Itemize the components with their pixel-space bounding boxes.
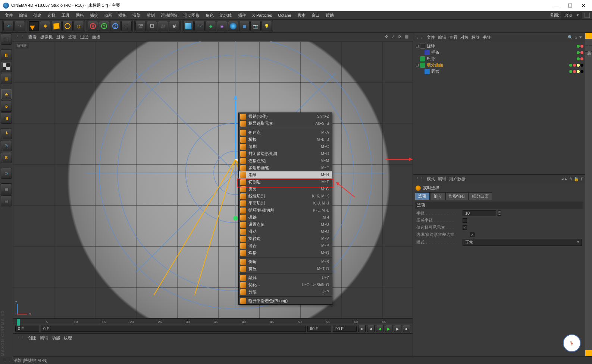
ctx-item[interactable]: 缝合M~P [239,242,332,249]
playhead[interactable] [17,319,20,326]
texture-mode-button[interactable] [1,61,12,72]
tl-end2-field[interactable]: 90 F [333,326,357,332]
om-menu-file[interactable]: 文件 [427,35,435,40]
add-camera-button[interactable]: 📷 [250,21,261,31]
ctx-item[interactable]: 创建点M~A [239,129,332,136]
attr-tab-sds[interactable]: 细分曲面 [469,192,492,200]
attr-tab-axis[interactable]: 轴向 [430,192,445,200]
render-pv-button[interactable]: 🎞 [147,21,157,31]
magnet-button[interactable]: ⊃ [1,168,12,179]
vp-orbit-icon[interactable]: ⟳ [398,34,403,39]
menu-sculpt[interactable]: 雕刻 [144,12,157,19]
am-up-icon[interactable]: ↰ [569,177,572,181]
menu-mograph[interactable]: 运动图形 [181,12,202,19]
tl-prev-button[interactable]: ◀ [367,325,375,332]
ctx-item[interactable]: 封闭多边形孔洞M~D [239,150,332,157]
am-back-icon[interactable]: ◂ [561,177,564,181]
ctx-item[interactable]: 融解U~Z [239,274,332,281]
ctx-item[interactable]: 连接点/边M~M [239,157,332,164]
lock-y-button[interactable]: Y [99,21,109,31]
om-menu-obj[interactable]: 对象 [460,35,469,40]
mat-menu-edit[interactable]: 编辑 [40,335,48,341]
object-row[interactable]: 瓶身 [413,56,585,62]
side-tab-d[interactable]: 属性 [585,350,592,357]
attr-tolerant-check[interactable]: ✓ [470,232,474,237]
am-menu-mode[interactable]: 模式 [427,176,435,182]
vp-menu-display[interactable]: 显示 [56,34,65,40]
render-queue-button[interactable]: 📽 [169,21,179,31]
ctx-item[interactable]: 框显选取元素Alt+S, S [239,120,332,127]
vp-menu-panel[interactable]: 面板 [92,34,100,40]
ctx-item[interactable]: 线性切割K~K, M~K [239,193,332,200]
point-mode-button[interactable]: ⬘ [1,89,12,100]
workplane-mode-button[interactable]: ▦ [1,73,12,84]
ctx-item[interactable]: 笔刷M~C [239,143,332,150]
attr-radius-input[interactable]: 10 [463,210,496,216]
close-button[interactable]: ✕ [580,3,587,9]
make-editable-button[interactable]: ⬚ [1,34,12,45]
menu-octane[interactable]: Octane [275,12,294,18]
vp-menu-camera[interactable]: 摄像机 [40,34,53,40]
add-deformer-button[interactable]: ◉ [217,21,227,31]
menu-xparticles[interactable]: X-Particles [250,12,275,18]
ctx-item[interactable]: 旋转边M~V [239,235,332,242]
tl-first-button[interactable]: ⏮ [358,325,366,332]
menu-track[interactable]: 运动跟踪 [158,12,180,19]
side-tab-a[interactable]: 对象 [585,33,592,39]
tl-last-button[interactable]: ⏭ [403,325,410,332]
object-tree[interactable]: ⊟旋转样条瓶身⊟细分曲面圆盘 [413,41,585,174]
am-func-icon[interactable]: ƒ [580,177,583,181]
menu-anim[interactable]: 动画 [101,12,115,19]
axis-button[interactable]: ┗ [1,128,12,139]
object-row[interactable]: ⊟旋转 [413,43,585,49]
lock-x-button[interactable]: X [88,21,98,31]
tl-end1-field[interactable]: 90 F [307,326,331,332]
lock-z-button[interactable]: Z [110,21,120,31]
live-select-tool[interactable] [29,21,39,31]
om-menu-tags[interactable]: 标签 [472,35,480,40]
om-eye-icon[interactable]: 👁 [579,35,583,40]
ctx-item[interactable]: 磁铁M~I [239,214,332,221]
mat-menu-func[interactable]: 功能 [52,335,60,341]
menu-script[interactable]: 脚本 [295,12,308,19]
add-spline-button[interactable]: 〰 [194,21,205,31]
rotate-tool[interactable] [62,21,73,31]
vp-menu-view[interactable]: 查看 [28,34,37,40]
attr-radius-spinner[interactable]: ▴▾ [498,211,501,216]
tl-next-button[interactable]: ▶ [394,325,401,332]
ctx-item[interactable]: 循环/路径切割K~L, M~L [239,207,332,214]
menu-edit[interactable]: 编辑 [16,12,30,19]
attr-visible-check[interactable]: ✓ [463,225,467,230]
menu-pipeline[interactable]: 流水线 [217,12,235,19]
attr-tab-options[interactable]: 选项 [415,192,430,200]
menu-mesh[interactable]: 网格 [73,12,87,19]
om-menu-bk[interactable]: 书签 [483,35,491,40]
menu-select[interactable]: 选择 [45,12,58,19]
ctx-item[interactable]: 桥接M~B, B [239,136,332,143]
snap-button[interactable]: S [1,152,12,163]
menu-plugins[interactable]: 插件 [235,12,249,19]
maximize-button[interactable]: ☐ [567,3,573,9]
om-home-icon[interactable]: ⌂ [574,35,577,40]
grid-a-button[interactable]: ▦ [1,183,12,194]
add-generator-button[interactable]: ◆ [206,21,216,31]
render-view-button[interactable]: 🎬 [135,21,146,31]
render-settings-button[interactable]: 🎥 [158,21,168,31]
add-sky-button[interactable]: ▦ [239,21,250,31]
layout-aux-button[interactable] [585,13,590,18]
ctx-item[interactable]: 熨烫M~G [239,186,332,193]
menu-window[interactable]: 窗口 [309,12,322,19]
tweak-button[interactable]: 🖰 [1,140,12,151]
add-environment-button[interactable] [228,21,238,31]
vp-zoom-icon[interactable]: ⤢ [391,34,397,39]
vp-menu-filter[interactable]: 过滤 [80,34,88,40]
ctx-item[interactable]: 优化...U~O, U~Shift+O [239,281,332,288]
mat-menu-tex[interactable]: 纹理 [64,335,72,341]
ctx-item[interactable]: 挤压M~T, D [239,265,332,272]
tl-playrev-button[interactable]: ◀ [376,325,383,332]
poly-mode-button[interactable]: ◨ [1,113,12,124]
side-tab-b[interactable]: 内容 [585,39,592,45]
vp-layout-icon[interactable]: ▦ [405,34,410,39]
object-row[interactable]: 样条 [413,49,585,56]
ctx-item[interactable]: 分裂U~P [239,288,332,295]
